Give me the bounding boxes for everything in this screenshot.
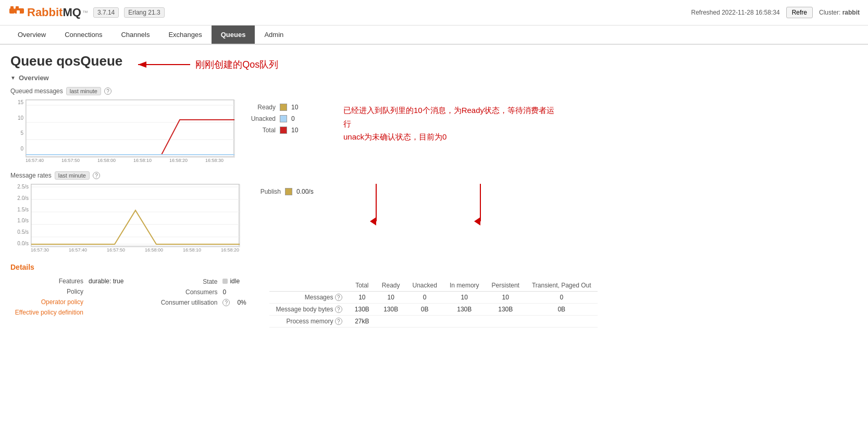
logo-area: RabbitMQ ™ 3.7.14 Erlang 21.3 <box>8 4 165 21</box>
col-header-unacked: Unacked <box>406 280 443 292</box>
nav-overview[interactable]: Overview <box>8 26 55 44</box>
col-header-total: Total <box>349 280 376 292</box>
queued-messages-row: 15 10 5 0 <box>10 99 858 163</box>
details-middle-col: State idle Consumers 0 Consumer utilisat… <box>144 278 249 306</box>
nav-admin[interactable]: Admin <box>255 26 293 44</box>
logo-tm: ™ <box>82 9 88 16</box>
svg-rect-1 <box>10 6 14 9</box>
details-consumers-key: Consumers <box>144 288 217 296</box>
process-memory-help-icon[interactable]: ? <box>335 318 342 325</box>
legend-unacked-value: 0 <box>291 115 295 122</box>
svg-rect-18 <box>31 184 240 247</box>
stats-body-bytes-transient: 0B <box>526 304 598 316</box>
details-state-key: State <box>144 278 217 285</box>
stats-messages-label: Messages ? <box>269 292 348 304</box>
stats-process-memory-total: 27kB <box>349 316 376 328</box>
stats-process-memory-persistent <box>486 316 526 328</box>
stats-body-bytes-unacked: 0B <box>406 304 443 316</box>
logo: RabbitMQ ™ <box>8 4 88 21</box>
queued-messages-label: Queued messages <box>10 87 63 95</box>
stats-body-bytes-total: 130B <box>349 304 376 316</box>
col-header-transient: Transient, Paged Out <box>526 280 598 292</box>
stats-body-bytes-ready: 130B <box>376 304 406 316</box>
message-rates-chart-inner: 2.5/s 2.0/s 1.5/s 1.0/s 0.5/s 0.0/s <box>10 184 239 246</box>
legend-ready-value: 10 <box>291 104 298 111</box>
legend-unacked: Unacked 0 <box>244 115 323 122</box>
header-right: Refreshed 2022-11-28 16:58:34 Refre Clus… <box>691 7 860 18</box>
stats-messages-transient: 0 <box>526 292 598 304</box>
stats-body-bytes-inmemory: 130B <box>443 304 486 316</box>
top-bar: RabbitMQ ™ 3.7.14 Erlang 21.3 Refreshed … <box>0 0 868 26</box>
legend-ready-label: Ready <box>244 104 276 111</box>
legend-unacked-swatch <box>280 115 287 122</box>
message-rates-label-row: Message rates last minute ? <box>10 171 858 180</box>
queued-messages-chart-wrapper: 15 10 5 0 <box>10 99 234 163</box>
rabbitmq-logo-icon <box>8 4 25 21</box>
body-bytes-help-icon[interactable]: ? <box>335 306 342 313</box>
right-down-arrow-icon <box>470 184 491 225</box>
legend-total-label: Total <box>244 127 276 134</box>
message-rates-chart-wrapper: 2.5/s 2.0/s 1.5/s 1.0/s 0.5/s 0.0/s <box>10 184 239 253</box>
logo-rabbit-text: RabbitMQ <box>27 6 81 19</box>
stats-body-bytes-row: Message body bytes ? 130B 130B 0B 130B 1… <box>269 304 597 316</box>
details-consumer-utilisation-value: 0% <box>237 299 246 306</box>
legend-publish: Publish 0.00/s <box>250 188 314 195</box>
message-rates-label: Message rates <box>10 172 52 179</box>
nav-queues[interactable]: Queues <box>212 26 255 44</box>
col-header-ready: Ready <box>376 280 406 292</box>
details-state-value: idle <box>222 278 240 285</box>
overview-label: Overview <box>19 74 49 82</box>
queued-messages-svg <box>26 100 234 157</box>
details-features-row: Features durable: true <box>10 278 123 285</box>
details-title: Details <box>10 263 858 271</box>
details-operator-policy-row: Operator policy <box>10 298 123 306</box>
title-annotation-text: 刚刚创建的Qos队列 <box>195 58 278 71</box>
refresh-button[interactable]: Refre <box>786 7 813 18</box>
legend-unacked-label: Unacked <box>244 115 276 122</box>
queued-messages-help-icon[interactable]: ? <box>104 87 111 95</box>
details-effective-policy-key: Effective policy definition <box>10 309 83 316</box>
message-rates-badge[interactable]: last minute <box>55 171 90 180</box>
title-arrow-icon <box>133 57 195 72</box>
details-policy-row: Policy <box>10 288 123 295</box>
legend-publish-swatch <box>285 188 292 195</box>
message-rates-x-labels: 16:57:30 16:57:40 16:57:50 16:58:00 16:5… <box>31 247 239 253</box>
message-rates-section: Message rates last minute ? 2.5/s 2.0/s … <box>10 171 858 253</box>
legend-ready-swatch <box>280 104 287 111</box>
queued-messages-legend: Ready 10 Unacked 0 Total 10 <box>244 104 323 134</box>
message-rates-help-icon[interactable]: ? <box>93 172 100 179</box>
messages-help-icon[interactable]: ? <box>335 294 342 301</box>
stats-messages-total: 10 <box>349 292 376 304</box>
queued-messages-label-row: Queued messages last minute ? <box>10 87 858 95</box>
nav-channels[interactable]: Channels <box>111 26 159 44</box>
stats-process-memory-inmemory <box>443 316 486 328</box>
message-rates-row: 2.5/s 2.0/s 1.5/s 1.0/s 0.5/s 0.0/s <box>10 184 858 253</box>
queued-messages-x-labels: 16:57:40 16:57:50 16:58:00 16:58:10 16:5… <box>26 158 224 163</box>
down-arrows-row <box>366 184 491 225</box>
svg-rect-4 <box>17 10 20 14</box>
stats-body-bytes-label: Message body bytes ? <box>269 304 348 316</box>
overview-triangle-icon: ▼ <box>10 75 16 81</box>
queued-messages-y-labels: 15 10 5 0 <box>10 99 23 152</box>
message-rates-svg <box>31 184 240 247</box>
stats-body-bytes-persistent: 130B <box>486 304 526 316</box>
stats-table-header-row: Total Ready Unacked In memory Persistent… <box>269 280 597 292</box>
nav-connections[interactable]: Connections <box>55 26 111 44</box>
details-consumer-utilisation-row: Consumer utilisation ? 0% <box>144 299 249 306</box>
message-rates-y-labels: 2.5/s 2.0/s 1.5/s 1.0/s 0.5/s 0.0/s <box>10 184 29 246</box>
stats-table-wrapper: Total Ready Unacked In memory Persistent… <box>269 278 597 328</box>
stats-messages-unacked: 0 <box>406 292 443 304</box>
stats-process-memory-label: Process memory ? <box>269 316 348 328</box>
stats-process-memory-unacked <box>406 316 443 328</box>
consumer-utilisation-help-icon[interactable]: ? <box>222 299 230 306</box>
publish-line <box>31 210 240 244</box>
erlang-badge: Erlang 21.3 <box>124 7 164 18</box>
queued-messages-badge[interactable]: last minute <box>66 87 101 95</box>
queued-legend-annotation: Ready 10 Unacked 0 Total 10 <box>244 104 562 144</box>
stats-process-memory-ready <box>376 316 406 328</box>
legend-total-swatch <box>280 127 287 134</box>
nav-exchanges[interactable]: Exchanges <box>159 26 211 44</box>
state-text: idle <box>230 278 240 285</box>
stats-process-memory-row: Process memory ? 27kB <box>269 316 597 328</box>
stats-messages-ready: 10 <box>376 292 406 304</box>
